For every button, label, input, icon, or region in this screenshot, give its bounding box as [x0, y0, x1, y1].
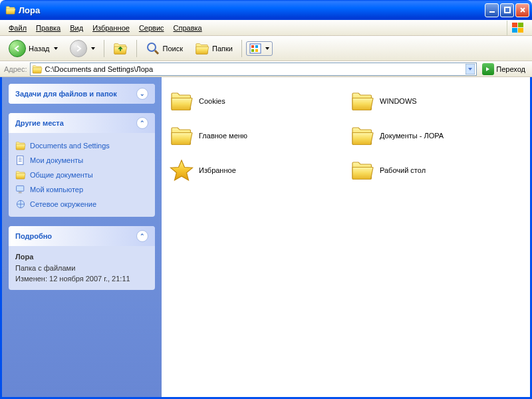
file-item[interactable]: Рабочий стол	[349, 157, 523, 184]
back-label: Назад	[29, 45, 50, 53]
menu-favorites[interactable]: Избранное	[88, 23, 134, 33]
go-label: Переход	[496, 65, 525, 73]
places-item-label: Общие документы	[30, 171, 93, 179]
tasks-panel: Задачи для файлов и папок ⌄	[9, 84, 155, 104]
search-icon	[146, 41, 160, 56]
svg-rect-9	[255, 45, 258, 48]
folder-icon	[32, 64, 43, 74]
go-button[interactable]: Переход	[479, 63, 528, 76]
menu-edit[interactable]: Правка	[31, 23, 65, 33]
expand-icon: ⌄	[136, 88, 148, 100]
windows-flag-icon	[507, 21, 528, 35]
places-item[interactable]: Мои документы	[15, 153, 148, 168]
svg-rect-14	[17, 186, 24, 191]
places-item[interactable]: Documents and Settings	[15, 138, 148, 153]
folder-icon	[5, 5, 16, 15]
address-label: Адрес:	[4, 65, 27, 73]
svg-rect-15	[19, 192, 22, 193]
places-panel: Другие места ⌃ Documents and SettingsМои…	[9, 113, 155, 217]
address-path: C:\Documents and Settings\Лора	[45, 65, 464, 73]
file-label: Главное меню	[199, 132, 247, 140]
places-item[interactable]: Сетевое окружение	[15, 197, 148, 211]
file-label: Cookies	[199, 97, 225, 105]
places-panel-title: Другие места	[15, 119, 64, 127]
views-button[interactable]	[246, 41, 273, 56]
up-button[interactable]	[108, 39, 132, 58]
svg-point-6	[148, 43, 156, 51]
menu-help[interactable]: Справка	[169, 23, 207, 33]
file-item[interactable]: Cookies	[168, 88, 342, 114]
svg-rect-0	[489, 11, 495, 13]
places-item-label: Documents and Settings	[30, 142, 110, 150]
svg-rect-10	[251, 49, 254, 52]
svg-rect-2	[512, 23, 517, 27]
places-item-label: Мои документы	[30, 156, 83, 164]
address-input[interactable]: C:\Documents and Settings\Лора	[30, 63, 477, 76]
chevron-down-icon	[54, 47, 58, 50]
places-item[interactable]: Общие документы	[15, 168, 148, 182]
chevron-down-icon	[91, 47, 95, 50]
details-panel-header[interactable]: Подробно ⌃	[9, 226, 155, 246]
file-item[interactable]: WINDOWS	[349, 88, 523, 114]
svg-rect-13	[17, 156, 23, 165]
chevron-down-icon	[265, 47, 269, 50]
collapse-icon: ⌃	[136, 230, 148, 242]
svg-rect-8	[251, 45, 254, 48]
file-area: CookiesWINDOWSГлавное менюДокументы - ЛО…	[162, 77, 530, 397]
svg-rect-3	[518, 23, 523, 27]
menubar: Файл Правка Вид Избранное Сервис Справка	[0, 20, 532, 36]
places-item[interactable]: Мой компьютер	[15, 182, 148, 197]
search-label: Поиск	[163, 45, 183, 53]
menu-file[interactable]: Файл	[4, 23, 31, 33]
menu-view[interactable]: Вид	[65, 23, 88, 33]
file-item[interactable]: Главное меню	[168, 122, 342, 149]
details-panel-title: Подробно	[15, 232, 52, 240]
tasks-panel-title: Задачи для файлов и папок	[15, 90, 117, 98]
sidebar: Задачи для файлов и папок ⌄ Другие места…	[2, 77, 162, 397]
tasks-panel-header[interactable]: Задачи для файлов и папок ⌄	[9, 84, 155, 104]
window-title: Лора	[19, 5, 485, 15]
folder-up-icon	[113, 41, 128, 56]
toolbar: Назад Поиск Папки	[0, 36, 532, 61]
collapse-icon: ⌃	[136, 117, 148, 129]
file-label: WINDOWS	[380, 97, 417, 105]
file-label: Избранное	[199, 166, 236, 174]
minimize-button[interactable]	[485, 3, 499, 17]
details-panel: Подробно ⌃ Лора Папка с файлами Изменен:…	[9, 226, 155, 290]
details-modified: Изменен: 12 ноября 2007 г., 21:11	[15, 273, 148, 285]
chevron-down-icon[interactable]	[466, 64, 475, 74]
folders-label: Папки	[212, 45, 233, 53]
svg-rect-1	[505, 7, 510, 13]
file-item[interactable]: Избранное	[168, 157, 342, 184]
svg-rect-11	[255, 49, 258, 52]
close-button[interactable]	[515, 3, 529, 17]
svg-rect-4	[512, 28, 517, 33]
file-item[interactable]: Документы - ЛОРА	[349, 122, 523, 149]
forward-button[interactable]	[65, 38, 100, 59]
back-button[interactable]: Назад	[4, 38, 63, 59]
places-item-label: Мой компьютер	[30, 186, 83, 194]
svg-rect-5	[518, 28, 523, 33]
places-item-label: Сетевое окружение	[30, 200, 96, 208]
go-arrow-icon	[482, 63, 494, 75]
search-button[interactable]: Поиск	[141, 39, 188, 58]
file-label: Рабочий стол	[380, 166, 426, 174]
folders-button[interactable]: Папки	[190, 39, 237, 58]
maximize-button[interactable]	[500, 3, 514, 17]
titlebar: Лора	[0, 0, 532, 20]
places-panel-header[interactable]: Другие места ⌃	[9, 113, 155, 133]
details-name: Лора	[15, 251, 148, 263]
menu-service[interactable]: Сервис	[134, 23, 169, 33]
folders-icon	[195, 41, 209, 56]
details-type: Папка с файлами	[15, 263, 148, 274]
file-label: Документы - ЛОРА	[380, 132, 444, 140]
address-bar: Адрес: C:\Documents and Settings\Лора Пе…	[0, 61, 532, 77]
views-icon	[249, 43, 261, 54]
